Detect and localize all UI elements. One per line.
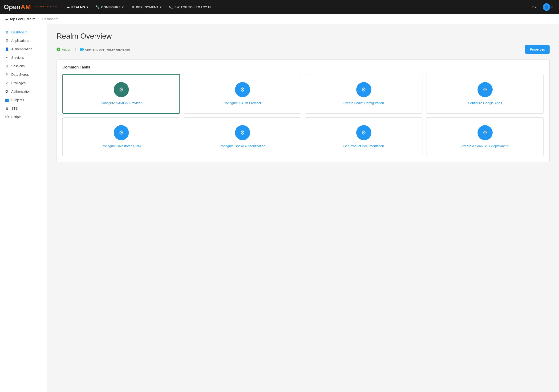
task-card-google[interactable]: ⚙ Configure Google Apps <box>426 74 544 114</box>
applications-icon: ☰ <box>5 39 9 43</box>
task-card-fedlet[interactable]: ⚙ Create Fedlet Configuration <box>305 74 422 114</box>
gear-icon-5: ⚙ <box>119 129 124 136</box>
user-icon: 👤 <box>544 5 549 9</box>
task-icon-google: ⚙ <box>477 82 493 97</box>
cloud-icon: ☁ <box>66 5 70 9</box>
nav-legacy-label: SWITCH TO LEGACY UI <box>175 5 211 9</box>
user-chevron: ▾ <box>551 5 553 9</box>
sidebar-item-label: Applications <box>11 39 29 43</box>
main-layout: ⊞ Dashboard ☰ Applications 👤 Authenticat… <box>0 24 559 392</box>
nav-configure[interactable]: 🔧 CONFIGURE ▾ <box>92 0 128 14</box>
task-label-samlv2: Configure SAMLv2 Provider <box>101 101 142 106</box>
nav-right: ? ▾ 👤 ▾ <box>530 3 555 11</box>
realm-label: Top Level Realm <box>9 17 35 21</box>
task-card-soap-sts[interactable]: ⚙ Create a Soap STS Deployment <box>426 118 544 156</box>
top-nav: OpenAM COMMUNITY EDITION ☁ REALMS ▾ 🔧 CO… <box>0 0 559 14</box>
authentication-icon: 👤 <box>5 47 9 51</box>
task-label-google: Configure Google Apps <box>468 101 502 106</box>
task-label-soap-sts: Create a Soap STS Deployment <box>462 144 509 149</box>
task-icon-social: ⚙ <box>235 125 250 140</box>
sessions-icon: ⊟ <box>5 64 9 68</box>
logo-open: Open <box>4 3 21 11</box>
task-icon-docs: ⚙ <box>356 125 371 140</box>
task-icon-fedlet: ⚙ <box>356 82 371 97</box>
sidebar-item-label: Subjects <box>11 98 24 102</box>
sidebar-item-label: STS <box>11 107 18 110</box>
logo-sub: COMMUNITY EDITION <box>31 5 57 8</box>
user-menu[interactable]: 👤 ▾ <box>540 3 555 11</box>
gear-icon-6: ⚙ <box>240 129 245 136</box>
chevron-down-icon-2: ▾ <box>122 5 124 9</box>
realm-info: 🌐 openam, openam.example.org <box>80 47 130 51</box>
breadcrumb: ☁ Top Level Realm › Dashboard <box>0 14 559 24</box>
services-icon: ✂ <box>5 56 9 60</box>
breadcrumb-page: Dashboard <box>42 17 59 21</box>
gear-icon-8: ⚙ <box>483 129 488 136</box>
chevron-down-icon-3: ▾ <box>160 5 162 9</box>
properties-button[interactable]: Properties <box>525 45 550 54</box>
scripts-icon: </> <box>5 115 9 119</box>
sidebar-item-privileges[interactable]: ☑ Privileges <box>0 79 47 87</box>
sidebar-item-label: Authentication <box>11 47 32 51</box>
realm-cloud-icon: ☁ <box>5 17 8 21</box>
task-icon-salesforce: ⚙ <box>114 125 129 140</box>
chevron-down-icon: ▾ <box>86 5 88 9</box>
sidebar-item-subjects[interactable]: 👥 Subjects <box>0 96 47 104</box>
subjects-icon: 👥 <box>5 98 9 102</box>
task-card-oauth[interactable]: ⚙ Configure OAuth Provider <box>184 74 301 114</box>
sidebar-item-authentication[interactable]: 👤 Authentication <box>0 45 47 54</box>
common-tasks-container: Common Tasks ⚙ Configure SAMLv2 Provider… <box>56 59 550 162</box>
realm-info-text: openam, openam.example.org <box>85 47 130 51</box>
nav-configure-label: CONFIGURE <box>101 5 121 9</box>
task-label-docs: Get Product Documentation <box>343 144 384 149</box>
status-label: Active <box>62 47 71 52</box>
help-icon: ? <box>532 5 534 9</box>
breadcrumb-separator: › <box>38 17 39 21</box>
common-tasks-title: Common Tasks <box>62 65 544 69</box>
sidebar-item-sessions[interactable]: ⊟ Sessions <box>0 62 47 70</box>
sidebar-item-dashboard[interactable]: ⊞ Dashboard <box>0 28 47 36</box>
tasks-grid: ⚙ Configure SAMLv2 Provider ⚙ Configure … <box>62 74 544 156</box>
logo: OpenAM COMMUNITY EDITION <box>4 3 61 11</box>
sidebar-item-label: Privileges <box>11 81 26 85</box>
sidebar-item-services[interactable]: ✂ Services <box>0 54 47 62</box>
sidebar-item-label: Authorization <box>11 90 31 93</box>
nav-legacy-ui[interactable]: >_ SWITCH TO LEGACY UI <box>165 0 215 14</box>
status-dot: ✓ <box>56 47 60 51</box>
realm-breadcrumb[interactable]: ☁ Top Level Realm <box>5 17 35 21</box>
sidebar-item-authorization[interactable]: ✪ Authorization <box>0 87 47 96</box>
main-content: Realm Overview ✓ Active | 🌐 openam, open… <box>47 24 559 392</box>
wrench-icon: 🔧 <box>96 5 100 9</box>
logo-am: AM <box>21 3 31 11</box>
status-divider: | <box>75 47 76 52</box>
gear-icon-3: ⚙ <box>361 86 366 93</box>
avatar: 👤 <box>543 3 550 11</box>
sidebar-item-label: Scripts <box>11 115 21 119</box>
sidebar-item-data-stores[interactable]: 🗄 Data Stores <box>0 70 47 79</box>
gear-icon: ⚙ <box>119 86 124 93</box>
nav-realms[interactable]: ☁ REALMS ▾ <box>63 0 92 14</box>
sidebar-item-label: Sessions <box>11 64 25 68</box>
status-bar: ✓ Active | 🌐 openam, openam.example.org … <box>56 45 550 54</box>
terminal-icon: >_ <box>169 5 173 9</box>
task-card-docs[interactable]: ⚙ Get Product Documentation <box>305 118 422 156</box>
help-chevron: ▾ <box>534 5 536 9</box>
sidebar-item-sts[interactable]: ⊞ STS <box>0 104 47 113</box>
nav-realms-label: REALMS <box>71 5 85 9</box>
sidebar-item-scripts[interactable]: </> Scripts <box>0 113 47 121</box>
task-icon-soap-sts: ⚙ <box>477 125 493 140</box>
sidebar-item-label: Data Stores <box>11 73 29 76</box>
task-card-samlv2[interactable]: ⚙ Configure SAMLv2 Provider <box>62 74 180 114</box>
deployment-icon: ⚙ <box>131 5 135 9</box>
task-card-social[interactable]: ⚙ Configure Social Authentication <box>184 118 301 156</box>
task-icon-oauth: ⚙ <box>235 82 250 97</box>
data-stores-icon: 🗄 <box>5 73 9 76</box>
nav-items: ☁ REALMS ▾ 🔧 CONFIGURE ▾ ⚙ DEPLOYMENT ▾ … <box>63 0 529 14</box>
nav-deployment[interactable]: ⚙ DEPLOYMENT ▾ <box>128 0 165 14</box>
page-title: Realm Overview <box>56 32 550 40</box>
authorization-icon: ✪ <box>5 90 9 93</box>
task-card-salesforce[interactable]: ⚙ Configure Salesforce CRM <box>62 118 180 156</box>
help-button[interactable]: ? ▾ <box>530 5 539 9</box>
sidebar-item-applications[interactable]: ☰ Applications <box>0 36 47 45</box>
task-label-social: Configure Social Authentication <box>219 144 265 149</box>
